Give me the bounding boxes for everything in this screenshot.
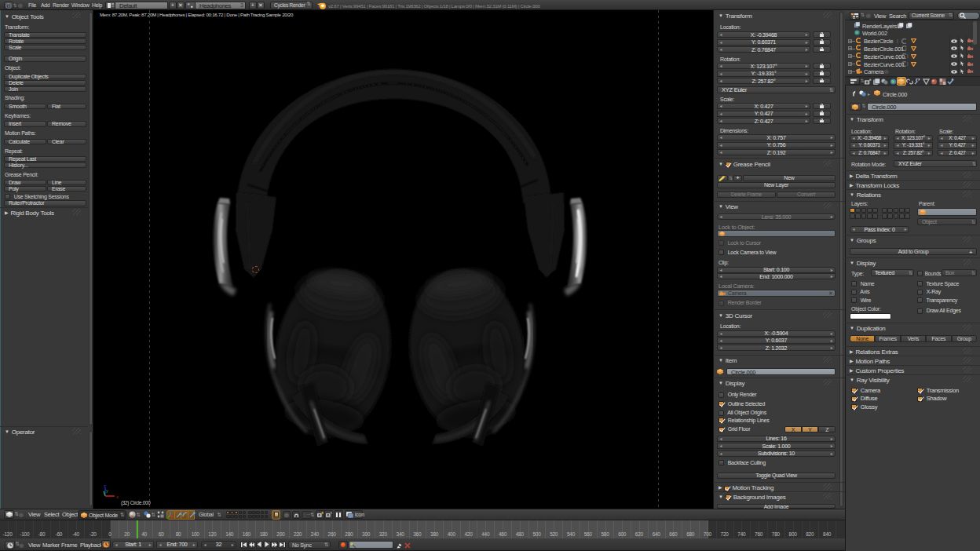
svg-text:y: y [106, 488, 108, 493]
svg-text:x: x [116, 494, 119, 499]
